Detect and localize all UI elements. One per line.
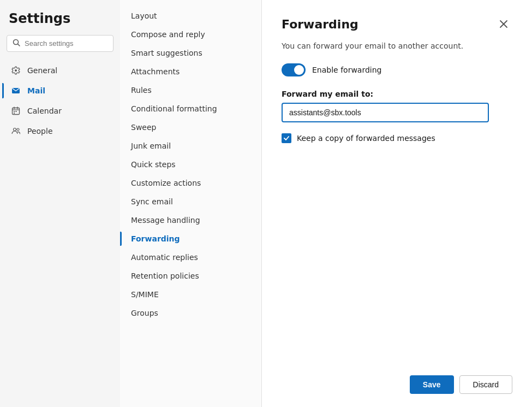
sidebar-item-mail[interactable]: Mail — [2, 81, 118, 101]
mail-icon — [11, 86, 21, 96]
menu-item-smime[interactable]: S/MIME — [120, 285, 261, 304]
app-title: Settings — [0, 11, 120, 35]
enable-forwarding-label: Enable forwarding — [312, 66, 381, 74]
keep-copy-row: Keep a copy of forwarded messages — [282, 133, 512, 143]
search-input[interactable] — [25, 39, 107, 48]
search-icon — [13, 39, 20, 48]
menu-item-conditional-formatting[interactable]: Conditional formatting — [120, 99, 261, 118]
menu-item-forwarding[interactable]: Forwarding — [120, 229, 261, 248]
discard-button[interactable]: Discard — [459, 375, 512, 394]
menu-item-customize-actions[interactable]: Customize actions — [120, 174, 261, 192]
gear-icon — [11, 66, 21, 75]
keep-copy-checkbox[interactable] — [282, 133, 291, 143]
panel-description: You can forward your email to another ac… — [282, 42, 512, 50]
menu-item-junk-email[interactable]: Junk email — [120, 137, 261, 155]
enable-forwarding-row: Enable forwarding — [282, 63, 512, 76]
sidebar-item-people-label: People — [27, 127, 53, 135]
save-button[interactable]: Save — [410, 375, 454, 394]
menu-item-rules[interactable]: Rules — [120, 81, 261, 99]
close-icon — [499, 20, 508, 28]
menu-item-retention-policies[interactable]: Retention policies — [120, 267, 261, 285]
panel-header: Forwarding — [282, 15, 512, 33]
keep-copy-label: Keep a copy of forwarded messages — [297, 134, 435, 143]
menu-item-smart-suggestions[interactable]: Smart suggestions — [120, 44, 261, 62]
menu-item-automatic-replies[interactable]: Automatic replies — [120, 248, 261, 267]
forwarding-panel: Forwarding You can forward your email to… — [262, 0, 532, 407]
svg-rect-7 — [14, 111, 15, 112]
sidebar-item-people[interactable]: People — [2, 121, 118, 141]
svg-rect-9 — [14, 113, 15, 114]
close-button[interactable] — [495, 15, 512, 33]
sidebar: Settings General Mail — [0, 0, 120, 407]
search-box[interactable] — [7, 35, 113, 52]
checkmark-icon — [283, 135, 290, 141]
sidebar-item-mail-label: Mail — [27, 86, 45, 95]
panel-title: Forwarding — [282, 17, 358, 31]
menu-item-quick-steps[interactable]: Quick steps — [120, 155, 261, 174]
svg-point-10 — [14, 128, 16, 131]
svg-line-1 — [18, 44, 20, 46]
sidebar-item-general-label: General — [27, 66, 57, 75]
menu-item-attachments[interactable]: Attachments — [120, 62, 261, 81]
svg-rect-8 — [16, 111, 17, 112]
svg-point-11 — [17, 128, 19, 131]
menu-item-layout[interactable]: Layout — [120, 7, 261, 25]
forward-email-label: Forward my email to: — [282, 90, 512, 98]
people-icon — [11, 126, 21, 136]
action-buttons: Save Discard — [410, 375, 512, 394]
toggle-knob — [294, 65, 304, 75]
enable-forwarding-toggle[interactable] — [282, 63, 306, 76]
sidebar-item-calendar-label: Calendar — [27, 107, 62, 115]
sidebar-item-general[interactable]: General — [2, 61, 118, 80]
menu-item-sync-email[interactable]: Sync email — [120, 192, 261, 211]
menu-item-groups[interactable]: Groups — [120, 304, 261, 322]
menu-item-message-handling[interactable]: Message handling — [120, 211, 261, 229]
calendar-icon — [11, 106, 21, 116]
menu-item-compose-reply[interactable]: Compose and reply — [120, 25, 261, 44]
forward-email-input[interactable] — [282, 103, 489, 122]
menu-item-sweep[interactable]: Sweep — [120, 118, 261, 137]
menu-panel: Layout Compose and reply Smart suggestio… — [120, 0, 262, 407]
sidebar-item-calendar[interactable]: Calendar — [2, 101, 118, 121]
